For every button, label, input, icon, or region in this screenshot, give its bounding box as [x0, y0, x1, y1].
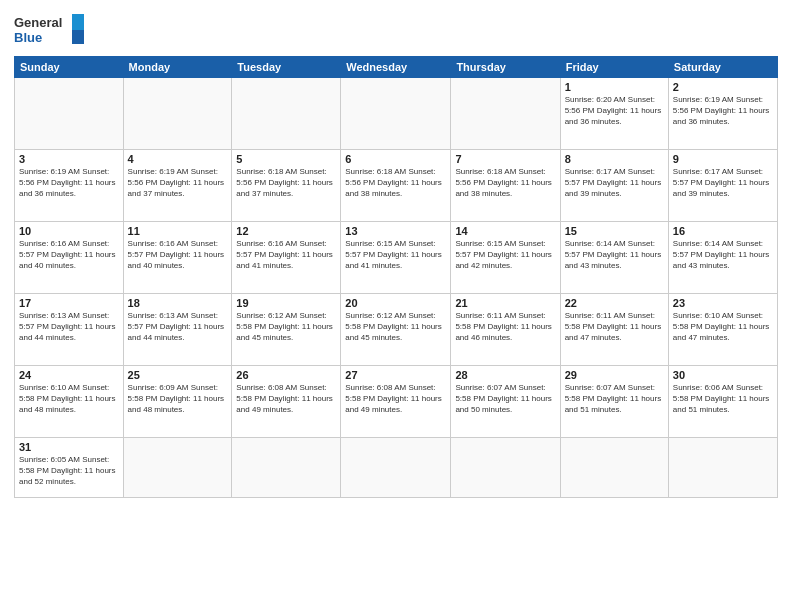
svg-text:General: General — [14, 15, 62, 30]
calendar-cell: 25Sunrise: 6:09 AM Sunset: 5:58 PM Dayli… — [123, 366, 232, 438]
calendar-cell — [341, 78, 451, 150]
day-info: Sunrise: 6:08 AM Sunset: 5:58 PM Dayligh… — [236, 383, 336, 415]
day-info: Sunrise: 6:14 AM Sunset: 5:57 PM Dayligh… — [565, 239, 664, 271]
day-number: 12 — [236, 225, 336, 237]
calendar-cell: 7Sunrise: 6:18 AM Sunset: 5:56 PM Daylig… — [451, 150, 560, 222]
calendar-cell: 17Sunrise: 6:13 AM Sunset: 5:57 PM Dayli… — [15, 294, 124, 366]
calendar-cell: 4Sunrise: 6:19 AM Sunset: 5:56 PM Daylig… — [123, 150, 232, 222]
calendar-week-5: 31Sunrise: 6:05 AM Sunset: 5:58 PM Dayli… — [15, 438, 778, 498]
day-number: 18 — [128, 297, 228, 309]
day-number: 19 — [236, 297, 336, 309]
day-info: Sunrise: 6:20 AM Sunset: 5:56 PM Dayligh… — [565, 95, 664, 127]
generalblue-logo-icon: General Blue — [14, 12, 84, 48]
day-info: Sunrise: 6:10 AM Sunset: 5:58 PM Dayligh… — [19, 383, 119, 415]
day-info: Sunrise: 6:14 AM Sunset: 5:57 PM Dayligh… — [673, 239, 773, 271]
calendar-cell: 5Sunrise: 6:18 AM Sunset: 5:56 PM Daylig… — [232, 150, 341, 222]
day-number: 21 — [455, 297, 555, 309]
calendar-cell: 12Sunrise: 6:16 AM Sunset: 5:57 PM Dayli… — [232, 222, 341, 294]
weekday-header-row: SundayMondayTuesdayWednesdayThursdayFrid… — [15, 57, 778, 78]
day-info: Sunrise: 6:17 AM Sunset: 5:57 PM Dayligh… — [673, 167, 773, 199]
day-number: 9 — [673, 153, 773, 165]
calendar-cell: 6Sunrise: 6:18 AM Sunset: 5:56 PM Daylig… — [341, 150, 451, 222]
calendar-cell — [668, 438, 777, 498]
day-number: 3 — [19, 153, 119, 165]
calendar-cell: 2Sunrise: 6:19 AM Sunset: 5:56 PM Daylig… — [668, 78, 777, 150]
calendar-cell — [560, 438, 668, 498]
logo: General Blue — [14, 12, 84, 48]
day-info: Sunrise: 6:06 AM Sunset: 5:58 PM Dayligh… — [673, 383, 773, 415]
day-number: 1 — [565, 81, 664, 93]
calendar-week-1: 3Sunrise: 6:19 AM Sunset: 5:56 PM Daylig… — [15, 150, 778, 222]
calendar-cell: 20Sunrise: 6:12 AM Sunset: 5:58 PM Dayli… — [341, 294, 451, 366]
day-info: Sunrise: 6:19 AM Sunset: 5:56 PM Dayligh… — [128, 167, 228, 199]
calendar-cell: 8Sunrise: 6:17 AM Sunset: 5:57 PM Daylig… — [560, 150, 668, 222]
day-info: Sunrise: 6:11 AM Sunset: 5:58 PM Dayligh… — [565, 311, 664, 343]
calendar-cell — [123, 78, 232, 150]
day-info: Sunrise: 6:09 AM Sunset: 5:58 PM Dayligh… — [128, 383, 228, 415]
calendar-cell — [15, 78, 124, 150]
day-number: 25 — [128, 369, 228, 381]
day-number: 6 — [345, 153, 446, 165]
day-info: Sunrise: 6:07 AM Sunset: 5:58 PM Dayligh… — [455, 383, 555, 415]
calendar-week-3: 17Sunrise: 6:13 AM Sunset: 5:57 PM Dayli… — [15, 294, 778, 366]
weekday-wednesday: Wednesday — [341, 57, 451, 78]
calendar-cell: 10Sunrise: 6:16 AM Sunset: 5:57 PM Dayli… — [15, 222, 124, 294]
calendar-cell: 16Sunrise: 6:14 AM Sunset: 5:57 PM Dayli… — [668, 222, 777, 294]
day-number: 23 — [673, 297, 773, 309]
day-info: Sunrise: 6:18 AM Sunset: 5:56 PM Dayligh… — [236, 167, 336, 199]
day-info: Sunrise: 6:12 AM Sunset: 5:58 PM Dayligh… — [236, 311, 336, 343]
day-info: Sunrise: 6:19 AM Sunset: 5:56 PM Dayligh… — [19, 167, 119, 199]
day-info: Sunrise: 6:12 AM Sunset: 5:58 PM Dayligh… — [345, 311, 446, 343]
weekday-sunday: Sunday — [15, 57, 124, 78]
day-info: Sunrise: 6:07 AM Sunset: 5:58 PM Dayligh… — [565, 383, 664, 415]
weekday-tuesday: Tuesday — [232, 57, 341, 78]
day-number: 31 — [19, 441, 119, 453]
calendar-cell: 3Sunrise: 6:19 AM Sunset: 5:56 PM Daylig… — [15, 150, 124, 222]
calendar-table: SundayMondayTuesdayWednesdayThursdayFrid… — [14, 56, 778, 498]
calendar-week-2: 10Sunrise: 6:16 AM Sunset: 5:57 PM Dayli… — [15, 222, 778, 294]
calendar-cell: 19Sunrise: 6:12 AM Sunset: 5:58 PM Dayli… — [232, 294, 341, 366]
day-number: 5 — [236, 153, 336, 165]
day-info: Sunrise: 6:18 AM Sunset: 5:56 PM Dayligh… — [455, 167, 555, 199]
calendar-week-0: 1Sunrise: 6:20 AM Sunset: 5:56 PM Daylig… — [15, 78, 778, 150]
day-number: 27 — [345, 369, 446, 381]
day-info: Sunrise: 6:13 AM Sunset: 5:57 PM Dayligh… — [19, 311, 119, 343]
day-number: 16 — [673, 225, 773, 237]
calendar-cell — [341, 438, 451, 498]
svg-marker-3 — [72, 30, 84, 44]
day-number: 28 — [455, 369, 555, 381]
day-info: Sunrise: 6:15 AM Sunset: 5:57 PM Dayligh… — [345, 239, 446, 271]
weekday-saturday: Saturday — [668, 57, 777, 78]
day-info: Sunrise: 6:16 AM Sunset: 5:57 PM Dayligh… — [19, 239, 119, 271]
calendar-cell: 18Sunrise: 6:13 AM Sunset: 5:57 PM Dayli… — [123, 294, 232, 366]
day-info: Sunrise: 6:16 AM Sunset: 5:57 PM Dayligh… — [236, 239, 336, 271]
calendar-cell: 1Sunrise: 6:20 AM Sunset: 5:56 PM Daylig… — [560, 78, 668, 150]
day-number: 10 — [19, 225, 119, 237]
calendar-cell: 31Sunrise: 6:05 AM Sunset: 5:58 PM Dayli… — [15, 438, 124, 498]
day-info: Sunrise: 6:16 AM Sunset: 5:57 PM Dayligh… — [128, 239, 228, 271]
day-info: Sunrise: 6:18 AM Sunset: 5:56 PM Dayligh… — [345, 167, 446, 199]
day-info: Sunrise: 6:11 AM Sunset: 5:58 PM Dayligh… — [455, 311, 555, 343]
day-number: 7 — [455, 153, 555, 165]
calendar-cell: 23Sunrise: 6:10 AM Sunset: 5:58 PM Dayli… — [668, 294, 777, 366]
day-number: 4 — [128, 153, 228, 165]
day-info: Sunrise: 6:15 AM Sunset: 5:57 PM Dayligh… — [455, 239, 555, 271]
day-info: Sunrise: 6:05 AM Sunset: 5:58 PM Dayligh… — [19, 455, 119, 487]
day-number: 30 — [673, 369, 773, 381]
calendar-cell: 9Sunrise: 6:17 AM Sunset: 5:57 PM Daylig… — [668, 150, 777, 222]
calendar-cell — [123, 438, 232, 498]
day-number: 20 — [345, 297, 446, 309]
day-number: 15 — [565, 225, 664, 237]
calendar-cell: 21Sunrise: 6:11 AM Sunset: 5:58 PM Dayli… — [451, 294, 560, 366]
calendar-cell: 30Sunrise: 6:06 AM Sunset: 5:58 PM Dayli… — [668, 366, 777, 438]
calendar-cell — [232, 78, 341, 150]
day-info: Sunrise: 6:08 AM Sunset: 5:58 PM Dayligh… — [345, 383, 446, 415]
day-info: Sunrise: 6:10 AM Sunset: 5:58 PM Dayligh… — [673, 311, 773, 343]
day-info: Sunrise: 6:17 AM Sunset: 5:57 PM Dayligh… — [565, 167, 664, 199]
weekday-monday: Monday — [123, 57, 232, 78]
day-number: 8 — [565, 153, 664, 165]
weekday-thursday: Thursday — [451, 57, 560, 78]
svg-marker-2 — [72, 14, 84, 30]
calendar-cell: 22Sunrise: 6:11 AM Sunset: 5:58 PM Dayli… — [560, 294, 668, 366]
day-number: 29 — [565, 369, 664, 381]
